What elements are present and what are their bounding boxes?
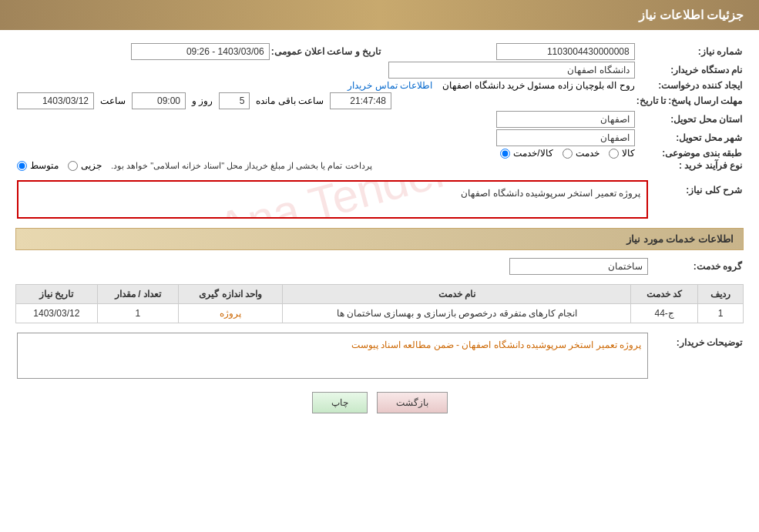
tabaqe-radio-group: کالا خدمت کالا/خدمت xyxy=(500,148,634,159)
sharh-section: شرح کلی نیاز: Ana Tender پروژه تعمیر است… xyxy=(15,179,744,220)
nooe-farayand-label: نوع فرآیند خرید : xyxy=(636,160,742,171)
print-button[interactable]: چاپ xyxy=(312,392,368,413)
shomara-niaz-label: شماره نیاز: xyxy=(636,43,742,60)
nooe-description: پرداخت تمام یا بخشی از مبلغ خریداز محل "… xyxy=(111,161,372,171)
button-row: بازگشت چاپ xyxy=(15,392,744,413)
mohlat-roz-input[interactable]: 5 xyxy=(219,92,250,109)
shahr-label: شهر محل تحویل: xyxy=(636,129,742,146)
col-tarikh: تاریخ نیاز xyxy=(16,285,98,304)
tarikh-input[interactable]: 1403/03/06 - 09:26 xyxy=(131,43,270,60)
tabaqe-kala-label: کالا xyxy=(622,148,635,159)
tabaqe-kala-khadamat-radio[interactable] xyxy=(500,149,510,159)
ijad-konande-value: روح اله بلوچیان زاده مسئول خرید دانشگاه … xyxy=(442,80,634,91)
ostan-input[interactable]: اصفهان xyxy=(496,111,635,128)
ertebat-link[interactable]: اطلاعات تماس خریدار xyxy=(348,80,432,91)
tosihyat-section: توضیحات خریدار: پروژه تعمیر استخر سرپوشی… xyxy=(15,331,744,380)
sharh-value: پروژه تعمیر استخر سرپوشیده دانشگاه اصفها… xyxy=(461,188,640,199)
col-kod: کد خدمت xyxy=(631,285,698,304)
gorohe-khadamat-table: گروه خدمت: ساختمان xyxy=(15,256,744,276)
tosihyat-box: پروژه تعمیر استخر سرپوشیده دانشگاه اصفها… xyxy=(17,333,648,379)
tarikh-value: 1403/03/06 - 09:26 xyxy=(17,43,270,60)
nooe-radio-group: جزیی متوسط xyxy=(17,160,102,171)
tabaqe-kala-khadamat-option[interactable]: کالا/خدمت xyxy=(500,148,552,159)
tabaqe-khadamat-radio[interactable] xyxy=(563,149,573,159)
cell-tarikh: 1403/03/12 xyxy=(16,304,98,323)
page-header: جزئیات اطلاعات نیاز xyxy=(0,0,759,30)
sharh-box: Ana Tender پروژه تعمیر استخر سرپوشیده دا… xyxy=(17,180,648,219)
tabaqe-label: طبقه بندی موضوعی: xyxy=(636,148,742,159)
services-table: ردیف کد خدمت نام خدمت واحد اندازه گیری ت… xyxy=(15,284,744,323)
cell-vahed: پروژه xyxy=(179,304,283,323)
col-nam: نام خدمت xyxy=(283,285,631,304)
gorohe-khadamat-label: گروه خدمت: xyxy=(650,258,742,275)
mohlat-date-input[interactable]: 1403/03/12 xyxy=(17,92,94,109)
cell-nam: انجام کارهای متفرقه درخصوص بازسازی و بهس… xyxy=(283,304,631,323)
col-vahed: واحد اندازه گیری xyxy=(179,285,283,304)
khadamat-section-title: اطلاعات خدمات مورد نیاز xyxy=(15,228,744,250)
nooe-jozii-radio[interactable] xyxy=(68,161,78,171)
gorohe-khadamat-value-cell: ساختمان xyxy=(17,258,648,275)
shahr-input[interactable]: اصفهان xyxy=(496,129,635,146)
tabaqe-khadamat-label: خدمت xyxy=(576,148,599,159)
cell-kod: ج-44 xyxy=(631,304,698,323)
tosihyat-value-cell: پروژه تعمیر استخر سرپوشیده دانشگاه اصفها… xyxy=(17,333,648,379)
nooe-motovaset-option[interactable]: متوسط xyxy=(17,160,59,171)
roz-label: روز و xyxy=(192,95,213,106)
table-row: 1ج-44انجام کارهای متفرقه درخصوص بازسازی … xyxy=(16,304,744,323)
content-area: شماره نیاز: 1103004430000008 تاریخ و ساع… xyxy=(0,30,759,425)
shomara-niaz-value: 1103004430000008 xyxy=(382,43,635,60)
saaat-baghi-label: ساعت باقی مانده xyxy=(256,95,324,106)
cell-vahed-link[interactable]: پروژه xyxy=(220,308,241,319)
mohlat-baqi-input[interactable]: 21:47:48 xyxy=(330,92,391,109)
tabaqe-kala-option[interactable]: کالا xyxy=(609,148,635,159)
tabaqe-kala-khadamat-label: کالا/خدمت xyxy=(513,148,552,159)
tarikh-label: تاریخ و ساعت اعلان عمومی: xyxy=(271,43,381,60)
cell-radif: 1 xyxy=(698,304,744,323)
ostan-label: استان محل تحویل: xyxy=(636,111,742,128)
saaat-label: ساعت xyxy=(100,95,126,106)
tabaqe-khadamat-option[interactable]: خدمت xyxy=(563,148,599,159)
nooe-motovaset-radio[interactable] xyxy=(17,161,27,171)
tabaqe-kala-radio[interactable] xyxy=(609,149,619,159)
gorohe-khadamat-input[interactable]: ساختمان xyxy=(509,258,648,275)
mohlat-label: مهلت ارسال پاسخ: تا تاریخ: xyxy=(636,92,742,109)
tosihyat-label: توضیحات خریدار: xyxy=(650,333,742,379)
main-info-table: شماره نیاز: 1103004430000008 تاریخ و ساع… xyxy=(15,42,744,172)
nooe-motovaset-label: متوسط xyxy=(30,160,59,171)
shomara-niaz-input[interactable]: 1103004430000008 xyxy=(496,43,635,60)
page-title: جزئیات اطلاعات نیاز xyxy=(639,8,744,22)
page-wrapper: جزئیات اطلاعات نیاز شماره نیاز: 11030044… xyxy=(0,0,759,532)
ijad-konande-label: ایجاد کننده درخواست: xyxy=(636,80,742,91)
nam-dastgah-value: دانشگاه اصفهان xyxy=(17,62,635,79)
watermark: Ana Tender xyxy=(212,180,453,219)
col-tedad: تعداد / مقدار xyxy=(97,285,179,304)
back-button[interactable]: بازگشت xyxy=(377,392,448,413)
nooe-jozii-option[interactable]: جزیی xyxy=(68,160,102,171)
nam-dastgah-label: نام دستگاه خریدار: xyxy=(636,62,742,79)
sharh-value-cell: Ana Tender پروژه تعمیر استخر سرپوشیده دا… xyxy=(17,180,648,219)
mohlat-time-input[interactable]: 09:00 xyxy=(132,92,186,109)
tosihyat-value: پروژه تعمیر استخر سرپوشیده دانشگاه اصفها… xyxy=(351,340,641,350)
nam-dastgah-input[interactable]: دانشگاه اصفهان xyxy=(388,62,635,79)
sharh-label: شرح کلی نیاز: xyxy=(650,180,742,219)
nooe-jozii-label: جزیی xyxy=(81,160,102,171)
col-radif: ردیف xyxy=(698,285,744,304)
cell-tedad: 1 xyxy=(97,304,179,323)
